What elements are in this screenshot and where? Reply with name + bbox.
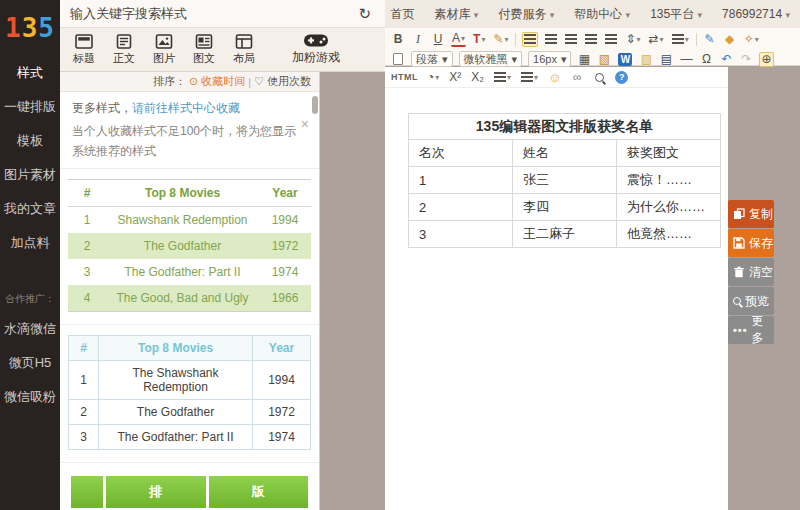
sort-by-usage-count[interactable]: ♡ 使用次数 — [254, 74, 311, 89]
upload-image-button[interactable]: ▧ — [597, 52, 611, 67]
clear-button[interactable]: 清空 — [728, 258, 774, 286]
superscript-button[interactable]: X² — [448, 70, 462, 85]
align-left-button[interactable] — [522, 32, 538, 47]
image-icon — [155, 34, 173, 49]
list-icon — [672, 34, 684, 44]
category-label: 图片 — [153, 51, 175, 66]
notice-body: 当个人收藏样式不足100个时，将为您显示系统推荐的样式 — [72, 121, 300, 162]
table-row: 2李四为什么你…… — [409, 194, 721, 221]
sidebar-item-weixin-fans[interactable]: 微信吸粉 — [0, 380, 60, 414]
category-image-text[interactable]: 图文 — [184, 34, 224, 66]
insert-picture-button[interactable]: ▨ — [639, 52, 653, 67]
table-title-row: 135编辑器图文排版获奖名单 — [409, 114, 721, 140]
close-icon[interactable]: × — [301, 116, 309, 132]
column-header: # — [68, 179, 106, 206]
more-button[interactable]: ••• 更多 — [728, 316, 774, 344]
emoji-icon: ☺ — [548, 70, 561, 85]
html-source-button[interactable]: HTML — [391, 72, 418, 82]
nav-help-center[interactable]: 帮助中心 ▾ — [574, 6, 630, 23]
notice-prefix: 更多样式， — [72, 101, 132, 115]
history-icon: ◔ — [427, 70, 434, 84]
undo-button[interactable]: ↶ — [719, 52, 733, 67]
save-button[interactable]: 保存 — [728, 229, 774, 257]
align-justify-button[interactable] — [584, 32, 598, 47]
table-row: 3王二麻子他竟然…… — [409, 221, 721, 248]
category-body-text[interactable]: 正文 — [104, 34, 144, 66]
bold-button[interactable]: B — [391, 32, 405, 47]
align-center-button[interactable] — [544, 32, 558, 47]
text-style-button[interactable]: T▾ — [472, 32, 486, 47]
italic-button[interactable]: I — [411, 32, 425, 47]
insert-table-button[interactable]: ▦ — [577, 52, 591, 67]
sidebar-item-one-click-layout[interactable]: 一键排版 — [0, 90, 60, 124]
underline-button[interactable]: U — [431, 32, 445, 47]
nav-material-library[interactable]: 素材库 ▾ — [435, 6, 479, 23]
horizontal-rule-button[interactable]: — — [679, 52, 693, 67]
table-row: 4The Good, Bad and Ugly1966 — [68, 285, 311, 312]
new-document-button[interactable] — [391, 52, 405, 67]
refresh-icon[interactable]: ↻ — [354, 5, 375, 23]
style-card-blue-table[interactable]: # Top 8 Movies Year 1The Shawshank Redem… — [60, 325, 319, 463]
insert-video-button[interactable]: ▤ — [659, 52, 673, 67]
toolbar-divider — [515, 33, 516, 46]
fan-game-button[interactable]: 加粉游戏 — [292, 33, 340, 66]
styles-panel: 排序： ⊙ 收藏时间 | ♡ 使用次数 更多样式，请前往样式中心收藏 × 当个人… — [60, 72, 320, 510]
align-right-button[interactable] — [564, 32, 578, 47]
category-image[interactable]: 图片 — [144, 34, 184, 66]
indent-button[interactable] — [604, 32, 618, 47]
import-word-button[interactable]: W — [617, 52, 633, 67]
help-button[interactable]: ? — [614, 70, 629, 85]
subscript-button[interactable]: X₂ — [470, 70, 485, 85]
sidebar-item-styles[interactable]: 样式 — [0, 56, 60, 90]
green-movie-table: # Top 8 Movies Year 1Shawshank Redemptio… — [68, 179, 311, 312]
search-input[interactable] — [70, 6, 354, 21]
app-logo[interactable]: 135 — [0, 0, 60, 56]
table-title: 135编辑器图文排版获奖名单 — [409, 114, 721, 140]
font-size-select[interactable]: 16px▾ — [528, 51, 571, 67]
category-heading[interactable]: 标题 — [64, 34, 104, 66]
letter-spacing-button[interactable]: ⇄▾ — [648, 32, 665, 47]
sidebar-item-image-assets[interactable]: 图片素材 — [0, 158, 60, 192]
history-button[interactable]: ◔▾ — [426, 70, 440, 85]
nav-user-account[interactable]: 786992714 ▾ — [722, 7, 790, 21]
unordered-list-button[interactable]: ▾ — [520, 70, 539, 85]
nav-paid-services[interactable]: 付费服务 ▾ — [498, 6, 554, 23]
sidebar-item-shuidi-weixin[interactable]: 水滴微信 — [0, 312, 60, 346]
thumbs-up-icon: ♡ — [254, 75, 264, 87]
new-page-icon — [393, 53, 403, 65]
nav-home[interactable]: 首页 — [391, 6, 415, 23]
magic-format-button[interactable]: ✧▾ — [743, 32, 760, 47]
format-painter-button[interactable]: ✎ — [703, 32, 717, 47]
link-button[interactable]: ∞ — [570, 70, 584, 85]
style-center-link[interactable]: 请前往样式中心收藏 — [132, 101, 240, 115]
style-card-green-grid[interactable]: 排 版 1freefree 2freefree 3freefree — [60, 463, 319, 510]
ordered-list-button[interactable]: ▾ — [493, 70, 512, 85]
line-height-button[interactable]: ⇕▾ — [624, 32, 641, 47]
editor-content-area[interactable]: 135编辑器图文排版获奖名单 名次 姓名 获奖图文 1张三震惊！…… 2李四为什… — [385, 88, 728, 510]
font-family-select[interactable]: 微软雅黑▾ — [459, 51, 523, 67]
fullscreen-button[interactable]: ⊕ — [759, 52, 773, 67]
font-color-button[interactable]: A▾ — [451, 32, 466, 47]
nav-135-platform[interactable]: 135平台 ▾ — [650, 6, 702, 23]
redo-button[interactable]: ↷ — [739, 52, 753, 67]
preview-button[interactable]: 预览 — [728, 287, 774, 315]
clear-format-button[interactable]: ◆ — [723, 32, 737, 47]
list-style-button[interactable]: ▾ — [671, 32, 690, 47]
paragraph-select[interactable]: 段落▾ — [411, 51, 453, 67]
find-replace-button[interactable] — [592, 70, 606, 85]
ellipsis-icon: ••• — [733, 324, 748, 336]
sidebar-item-templates[interactable]: 模板 — [0, 124, 60, 158]
category-layout[interactable]: 布局 — [224, 34, 264, 66]
style-card-green-table[interactable]: # Top 8 Movies Year 1Shawshank Redemptio… — [60, 169, 319, 325]
emoji-button[interactable]: ☺ — [547, 70, 562, 85]
sidebar-item-weiye-h5[interactable]: 微页H5 — [0, 346, 60, 380]
sort-by-favorite-time[interactable]: ⊙ 收藏时间 — [189, 74, 245, 89]
copy-button[interactable]: 复制 — [728, 200, 774, 228]
award-table[interactable]: 135编辑器图文排版获奖名单 名次 姓名 获奖图文 1张三震惊！…… 2李四为什… — [408, 113, 721, 248]
sidebar-item-my-articles[interactable]: 我的文章 — [0, 192, 60, 226]
sidebar-item-extras[interactable]: 加点料 — [0, 226, 60, 260]
highlight-brush-button[interactable]: ✎▾ — [492, 32, 509, 47]
sidebar: 135 样式 一键排版 模板 图片素材 我的文章 加点料 合作推广： 水滴微信 … — [0, 0, 60, 510]
search-icon — [595, 73, 604, 82]
special-char-button[interactable]: Ω — [699, 52, 713, 67]
